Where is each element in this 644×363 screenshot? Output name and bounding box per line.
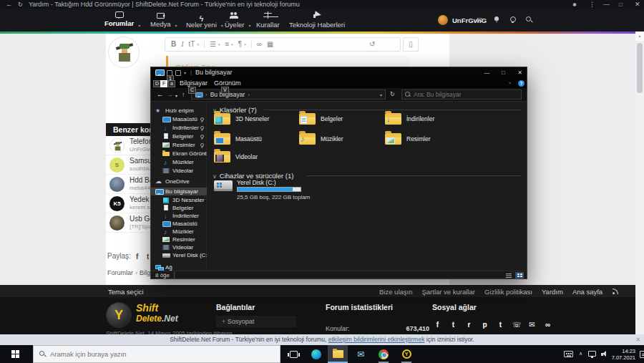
action-center-icon[interactable] xyxy=(640,351,644,358)
list-view-icon[interactable] xyxy=(504,272,513,279)
avatar[interactable] xyxy=(108,37,140,68)
scroll-up-icon[interactable]: ▲ xyxy=(635,32,644,41)
ribbon-expand-icon[interactable]: ˅ xyxy=(509,81,512,85)
folder-downloads[interactable]: İndirilenler xyxy=(385,113,492,130)
banner-close-icon[interactable]: ✕ xyxy=(635,334,640,345)
mail-icon[interactable]: ✉ xyxy=(477,16,482,24)
search-input[interactable] xyxy=(414,91,507,98)
refresh-icon[interactable]: ↻ xyxy=(18,0,23,9)
email-icon[interactable]: ✉ xyxy=(528,321,536,329)
nav-medya[interactable]: Medya xyxy=(150,11,171,28)
sidebar-item-pictures[interactable]: Resimler xyxy=(151,141,207,149)
hidden-icons-chevron[interactable]: ∧ xyxy=(579,351,582,357)
bold-icon[interactable]: B xyxy=(171,38,176,51)
chrome-button[interactable] xyxy=(374,345,394,363)
facebook-share-icon[interactable]: f xyxy=(136,253,138,261)
folder-pictures[interactable]: Resimler xyxy=(385,133,492,150)
footer-link-privacy[interactable]: Gizlilik politikası xyxy=(484,288,532,296)
sidebar-item-local-disk[interactable]: Yerel Disk (C:) xyxy=(151,251,207,259)
window-maximize-icon[interactable]: □ xyxy=(495,67,512,79)
shiftdelete-app-button[interactable] xyxy=(396,345,416,363)
chevron-down-icon[interactable] xyxy=(248,23,250,28)
sidebar-item-documents[interactable]: Belgeler xyxy=(151,132,207,140)
scrollbar-thumb[interactable] xyxy=(637,43,643,93)
nav-history-caret-icon[interactable]: ▾ xyxy=(175,92,177,100)
footer-link-home[interactable]: Ana sayfa xyxy=(572,288,602,296)
sidebar-item-videos-pc[interactable]: Videolar xyxy=(151,243,207,251)
breadcrumb-forumlar[interactable]: Forumlar xyxy=(107,269,133,276)
footer-link-terms[interactable]: Şartlar ve kurallar xyxy=(421,288,474,296)
sidebar-item-downloads-pc[interactable]: İndirilenler xyxy=(151,212,207,220)
nav-kurallar[interactable]: Kurallar xyxy=(256,11,280,29)
mail-button[interactable]: ✉ xyxy=(351,345,371,363)
sidebar-item-documents-pc[interactable]: Belgeler xyxy=(151,204,207,212)
sidebar-item-screenshots[interactable]: Ekran Görüntüleri xyxy=(151,150,207,158)
chevron-down-icon[interactable] xyxy=(221,23,223,28)
clock[interactable]: 14:23 7.07.2021 xyxy=(607,348,635,361)
sidebar-item-this-pc[interactable]: Bu bilgisayar xyxy=(151,188,207,195)
chevron-down-icon[interactable] xyxy=(138,23,140,28)
twitter-share-icon[interactable]: t xyxy=(147,253,149,261)
whatsapp-icon[interactable]: ☏ xyxy=(512,321,520,329)
sidebar-item-music-pc[interactable]: Müzikler xyxy=(151,228,207,236)
sidebar-item-quick-access[interactable]: Hızlı erişim xyxy=(151,107,207,115)
sidebar-item-3d-objects[interactable]: 3D Nesneler xyxy=(151,196,207,204)
keyboard-tray-icon[interactable] xyxy=(564,351,573,357)
preview-button[interactable]: ▯ xyxy=(403,37,419,52)
start-button[interactable] xyxy=(11,350,19,358)
back-icon[interactable]: ← xyxy=(6,0,12,9)
window-close-icon[interactable]: ✕ xyxy=(512,67,528,79)
facebook-icon[interactable]: f xyxy=(434,321,441,329)
nav-forumlar[interactable]: Forumlar xyxy=(104,11,134,27)
close-icon[interactable]: ✕ xyxy=(635,0,640,9)
qat-new-folder-icon[interactable] xyxy=(175,70,181,76)
address-dropdown-icon[interactable]: ▾ xyxy=(380,92,382,97)
nav-uyeler[interactable]: Üyeler xyxy=(225,11,244,29)
window-titlebar[interactable]: ▾ | Bu bilgisayar 1 — □ ✕ xyxy=(151,67,527,79)
window-minimize-icon[interactable]: — xyxy=(479,67,495,79)
footer-link-sosyopat[interactable]: Sosyopat xyxy=(216,316,296,327)
qat-caret-icon[interactable]: ▾ xyxy=(184,70,186,75)
help-icon[interactable]: ? xyxy=(518,80,525,87)
shiftdelete-logo-text[interactable]: Shift Delete.Net xyxy=(136,303,178,324)
undo-icon[interactable]: ↺ xyxy=(369,40,375,48)
paragraph-icon[interactable]: ¶ xyxy=(238,38,242,51)
thumbnail-view-icon[interactable] xyxy=(515,272,524,279)
link-icon[interactable]: ∞ xyxy=(544,321,552,329)
sidebar-item-videos[interactable]: Videolar xyxy=(151,167,207,175)
shiftdelete-logo-icon[interactable] xyxy=(106,302,132,328)
reddit-icon[interactable]: r xyxy=(465,321,473,329)
sidebar-item-music[interactable]: Müzikler xyxy=(151,158,207,166)
avatar[interactable] xyxy=(438,15,448,25)
twitter-icon[interactable]: t xyxy=(449,321,457,329)
italic-icon[interactable]: I xyxy=(181,38,183,51)
minimize-icon[interactable]: — xyxy=(603,0,610,9)
refresh-icon[interactable]: ↻ xyxy=(390,91,395,98)
font-size-icon[interactable]: tT xyxy=(189,38,195,51)
taskbar-search[interactable] xyxy=(33,345,280,363)
chevron-down-icon[interactable] xyxy=(175,23,177,28)
rss-icon[interactable] xyxy=(612,288,619,295)
sidebar-item-downloads[interactable]: İndirilenler xyxy=(151,124,207,132)
tab-bilgisayar[interactable]: Bilgisayar xyxy=(180,79,208,87)
sidebar-item-desktop[interactable]: Masaüstü xyxy=(151,115,207,123)
sidebar-item-onedrive[interactable]: OneDrive xyxy=(151,178,207,185)
edge-button[interactable] xyxy=(306,345,326,363)
link-icon[interactable]: ∞ xyxy=(257,38,262,51)
extension-icon[interactable]: ✱ xyxy=(572,0,577,9)
nav-up-icon[interactable]: ↑ xyxy=(182,91,185,98)
tab-gorunum[interactable]: Görünüm xyxy=(214,79,241,87)
chevron-down-icon[interactable]: ∨ xyxy=(213,173,217,180)
nav-neler-yeni[interactable]: Neler yeni xyxy=(186,11,217,29)
folder-videos[interactable]: Videolar xyxy=(214,151,321,168)
network-tray-icon[interactable] xyxy=(588,351,596,357)
explorer-search-field[interactable] xyxy=(401,89,522,100)
taskbar-search-input[interactable] xyxy=(50,350,250,358)
image-icon[interactable]: ▦ xyxy=(267,38,273,51)
task-view-button[interactable] xyxy=(283,345,303,363)
nav-teknoloji-haberleri[interactable]: Teknoloji Haberleri xyxy=(289,11,345,29)
banner-link[interactable]: etkileşim bildirimlerini etkinleştirmek xyxy=(328,336,425,343)
pinterest-icon[interactable]: p xyxy=(481,321,489,329)
nav-back-icon[interactable]: ← xyxy=(157,91,163,98)
footer-link-help[interactable]: Yardım xyxy=(542,288,563,296)
